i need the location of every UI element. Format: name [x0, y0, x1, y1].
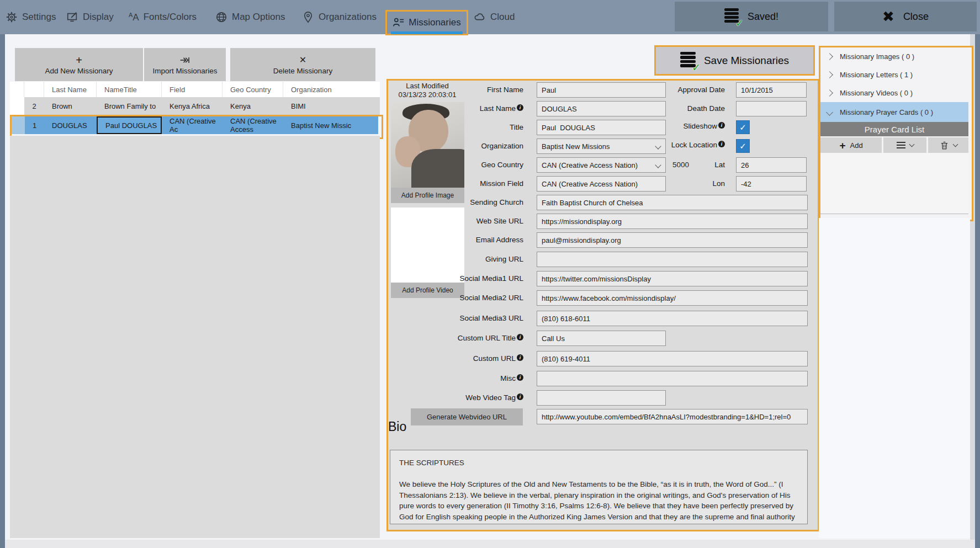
info-icon[interactable]: i: [517, 104, 523, 111]
cloud-icon: [474, 11, 486, 23]
saved-button-label: Saved!: [748, 11, 778, 23]
delete-missionary-button[interactable]: ✕ Delete Missionary: [230, 48, 375, 81]
tab-fonts-colors[interactable]: AA Fonts/Colors: [129, 0, 197, 34]
label-misc: Misci: [409, 374, 523, 383]
row-number: 1: [25, 116, 44, 134]
check-icon: ✓: [739, 123, 746, 132]
webvideo-url-input[interactable]: [537, 409, 808, 424]
header-geo-country[interactable]: Geo Country: [223, 82, 283, 97]
email-address-input[interactable]: [537, 232, 808, 248]
chevron-down-icon: [826, 109, 833, 116]
tab-missionaries-label: Missionaries: [409, 17, 460, 28]
cell-geo-country[interactable]: CAN (Creative Access: [223, 116, 283, 134]
plus-icon: +: [76, 55, 82, 66]
cell-organization[interactable]: BIMI: [283, 97, 380, 115]
missionaries-icon: [393, 17, 405, 29]
generate-webvideo-url-button[interactable]: Generate Webvideo URL: [411, 408, 523, 425]
trash-icon: [940, 141, 949, 150]
cell-field[interactable]: Kenya Africa: [162, 97, 223, 115]
label-title: Title: [409, 123, 523, 132]
cell-last-name[interactable]: DOUGLAS: [44, 116, 97, 134]
save-missionaries-highlight: ✓ Save Missionaries: [654, 45, 815, 76]
add-new-missionary-button[interactable]: + Add New Missionary: [15, 48, 143, 81]
cell-name-title[interactable]: Brown Family to: [97, 97, 162, 115]
custom-url-title-input[interactable]: [537, 331, 666, 346]
cell-last-name[interactable]: Brown: [44, 97, 97, 115]
cell-geo-country[interactable]: Kenya: [223, 97, 283, 115]
prayer-card-add-button[interactable]: + Add: [820, 137, 882, 153]
tree-item-label: Missionary Prayer Cards ( 0 ): [840, 108, 933, 116]
tree-item-missionary-letters[interactable]: Missionary Letters ( 1 ): [820, 66, 968, 84]
globe-icon: [215, 11, 227, 23]
bio-textarea[interactable]: THE SCRIPTURES We believe the Holy Scrip…: [390, 450, 808, 524]
tab-settings[interactable]: Settings: [6, 0, 56, 34]
social-media2-input[interactable]: [537, 290, 808, 306]
tab-map-options-label: Map Options: [232, 12, 285, 23]
header-field[interactable]: Field: [162, 82, 223, 97]
label-mission-field: Mission Field: [409, 179, 523, 188]
label-social-media2: Social Media2 URL: [409, 294, 523, 302]
cell-organization[interactable]: Baptist New Missic: [283, 116, 378, 134]
label-organization: Organization: [409, 142, 523, 151]
prayer-card-delete-options-button[interactable]: [928, 137, 968, 153]
info-icon[interactable]: i: [517, 374, 523, 381]
social-media3-input[interactable]: [537, 311, 808, 326]
custom-url-input[interactable]: [537, 351, 808, 366]
label-web-video-tag: Web Video Tagi: [409, 393, 523, 402]
lon-input[interactable]: [736, 176, 807, 191]
info-icon[interactable]: i: [517, 393, 523, 400]
header-last-name[interactable]: Last Name: [44, 82, 97, 97]
web-video-tag-input[interactable]: [537, 390, 666, 406]
lock-location-checkbox[interactable]: ✓: [736, 139, 750, 153]
social-media1-input[interactable]: [537, 271, 808, 286]
slideshow-checkbox[interactable]: ✓: [736, 120, 750, 134]
info-icon[interactable]: i: [517, 354, 523, 361]
save-missionaries-button[interactable]: ✓ Save Missionaries: [656, 47, 813, 74]
right-panel-lower-area: [819, 218, 970, 538]
chevron-down-icon: [952, 142, 958, 147]
import-missionaries-button[interactable]: Import Missionaries: [144, 48, 226, 81]
info-icon[interactable]: i: [517, 334, 523, 340]
delete-x-icon: ✕: [299, 55, 306, 66]
table-row-brown[interactable]: 2 Brown Brown Family to Kenya Africa Ken…: [10, 97, 380, 115]
approval-date-input[interactable]: [736, 82, 807, 98]
cell-field[interactable]: CAN (Creative Ac: [162, 116, 223, 134]
row-indicator: [10, 97, 24, 115]
table-row-douglas-selected[interactable]: 1 DOUGLAS Paul DOUGLAS CAN (Creative Ac …: [12, 116, 378, 134]
giving-url-input[interactable]: [537, 252, 808, 267]
green-check-icon: ✓: [735, 18, 744, 28]
tab-cloud[interactable]: Cloud: [474, 0, 515, 34]
header-organization[interactable]: Organization: [283, 82, 380, 97]
app-window: Settings Display AA Fonts/Colors: [0, 0, 980, 548]
saved-button[interactable]: ✓ Saved!: [675, 2, 828, 31]
close-x-icon: ✖: [882, 9, 894, 24]
info-icon[interactable]: i: [718, 122, 725, 129]
misc-input[interactable]: [537, 371, 808, 386]
sending-church-input[interactable]: [537, 195, 808, 210]
prayer-card-list-options-button[interactable]: [883, 137, 926, 153]
lat-input[interactable]: [736, 157, 807, 173]
tab-map-options[interactable]: Map Options: [215, 0, 285, 34]
active-tab-underline: [391, 31, 463, 34]
header-name-title[interactable]: NameTitle: [97, 82, 162, 97]
web-site-url-input[interactable]: [537, 214, 808, 229]
geo-country-value: CAN (Creative Access Nation): [542, 161, 638, 169]
info-icon[interactable]: i: [718, 141, 725, 147]
tree-item-missionary-images[interactable]: Missionary Images ( 0 ): [820, 47, 968, 66]
label-approval-date: Approval Date: [640, 86, 725, 94]
label-first-name: First Name: [409, 86, 523, 94]
close-button[interactable]: ✖ Close: [834, 2, 977, 31]
display-icon: [66, 11, 78, 23]
chevron-right-icon: [826, 53, 833, 60]
row-indicator: [12, 116, 25, 134]
tree-item-missionary-prayer-cards[interactable]: Missionary Prayer Cards ( 0 ): [820, 102, 968, 122]
tab-display[interactable]: Display: [66, 0, 114, 34]
label-lat: Lat: [640, 161, 725, 169]
death-date-input[interactable]: [736, 101, 807, 116]
cell-name-title-focused[interactable]: Paul DOUGLAS: [97, 116, 162, 134]
label-custom-url: Custom URLi: [409, 354, 523, 363]
label-lock-location: Lock Locationi: [640, 141, 725, 150]
tab-organizations[interactable]: Organizations: [302, 0, 377, 34]
tree-item-missionary-videos[interactable]: Missionary Videos ( 0 ): [820, 84, 968, 102]
label-email-address: Email Address: [409, 236, 523, 244]
